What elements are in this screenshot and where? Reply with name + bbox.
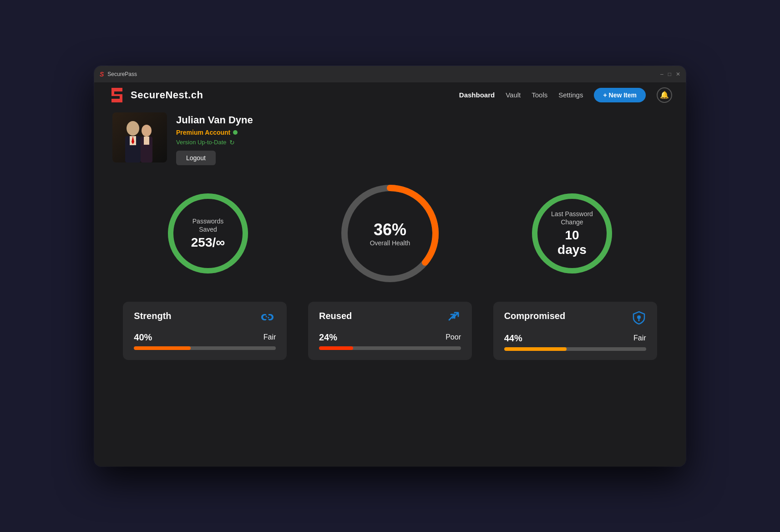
title-bar: S SecurePass – □ ✕ xyxy=(94,66,686,82)
nav-logo-text: SecureNest.ch xyxy=(131,89,203,101)
change-value: 10 days xyxy=(549,228,595,257)
svg-line-16 xyxy=(266,316,269,318)
passwords-saved-gauge: PasswordsSaved 253/∞ xyxy=(162,188,253,279)
reused-value-row: 24% Poor xyxy=(319,332,461,343)
cards-row: Strength 40% Fair xyxy=(112,302,668,360)
bell-icon: 🔔 xyxy=(660,91,669,99)
reused-value: 24% xyxy=(319,332,337,343)
strength-rating: Fair xyxy=(263,333,276,341)
refresh-icon[interactable]: ↻ xyxy=(229,139,235,146)
svg-point-7 xyxy=(142,125,152,137)
stats-row: PasswordsSaved 253/∞ xyxy=(112,179,668,288)
title-bar-logo: S xyxy=(100,71,104,78)
main-content: Julian Van Dyne Premium Account Version … xyxy=(94,108,686,466)
strength-progress-fill xyxy=(134,346,191,350)
compromised-progress-bg xyxy=(504,347,646,351)
svg-point-3 xyxy=(127,121,139,136)
reused-progress-fill xyxy=(319,346,353,350)
change-gauge-inner: Last PasswordChange 10 days xyxy=(527,188,618,279)
passwords-value: 253/∞ xyxy=(191,235,225,250)
svg-rect-9 xyxy=(144,137,149,145)
nav-settings[interactable]: Settings xyxy=(558,91,583,99)
title-bar-left: S SecurePass xyxy=(100,71,137,78)
compromised-card-header: Compromised xyxy=(504,311,646,328)
change-gauge-text: Last PasswordChange 10 days xyxy=(549,209,595,257)
strength-title: Strength xyxy=(134,311,171,321)
strength-progress-bg xyxy=(134,346,276,350)
new-item-label: + New Item xyxy=(603,91,637,99)
nav-tools[interactable]: Tools xyxy=(532,91,547,99)
health-gauge-text: 36% Overall Health xyxy=(370,220,410,247)
nav-vault[interactable]: Vault xyxy=(506,91,521,99)
compromised-title: Compromised xyxy=(504,311,565,321)
reused-progress-bg xyxy=(319,346,461,350)
compromised-progress-fill xyxy=(504,347,567,351)
app-content: SecureNest.ch Dashboard Vault Tools Sett… xyxy=(94,82,686,466)
reused-icon xyxy=(446,311,461,327)
account-type: Premium Account xyxy=(176,129,230,136)
svg-rect-18 xyxy=(638,319,639,321)
strength-icon xyxy=(259,311,276,327)
profile-section: Julian Van Dyne Premium Account Version … xyxy=(112,112,668,165)
health-value: 36% xyxy=(370,220,410,239)
compromised-card: Compromised 44% Fair xyxy=(493,302,657,360)
reused-card: Reused 24% Poor xyxy=(308,302,472,360)
overall-health-gauge: 36% Overall Health xyxy=(335,179,445,288)
change-label: Last PasswordChange xyxy=(549,209,595,226)
nav-logo: SecureNest.ch xyxy=(108,87,203,103)
strength-value: 40% xyxy=(134,332,152,343)
logout-button[interactable]: Logout xyxy=(176,151,216,165)
compromised-icon xyxy=(632,311,646,328)
online-indicator xyxy=(233,130,238,135)
nav-right: Dashboard Vault Tools Settings + New Ite… xyxy=(459,87,672,103)
bell-button[interactable]: 🔔 xyxy=(657,87,672,103)
premium-badge: Premium Account xyxy=(176,129,253,136)
reused-title: Reused xyxy=(319,311,352,321)
window-controls: – □ ✕ xyxy=(660,71,680,77)
logo-icon xyxy=(108,87,126,103)
reused-card-header: Reused xyxy=(319,311,461,327)
profile-info: Julian Van Dyne Premium Account Version … xyxy=(176,112,253,165)
profile-name: Julian Van Dyne xyxy=(176,114,253,126)
new-item-button[interactable]: + New Item xyxy=(594,88,646,102)
top-nav: SecureNest.ch Dashboard Vault Tools Sett… xyxy=(94,82,686,108)
passwords-label-line1: PasswordsSaved xyxy=(191,217,225,233)
nav-dashboard[interactable]: Dashboard xyxy=(459,91,495,99)
compromised-value: 44% xyxy=(504,333,522,344)
last-password-change-gauge: Last PasswordChange 10 days xyxy=(527,188,618,279)
profile-avatar xyxy=(112,112,167,162)
version-row: Version Up-to-Date ↻ xyxy=(176,139,253,146)
compromised-rating: Fair xyxy=(633,334,646,342)
strength-card-header: Strength xyxy=(134,311,276,327)
app-window: S SecurePass – □ ✕ SecureNest.ch Dashboa xyxy=(94,66,686,466)
passwords-gauge-text: PasswordsSaved 253/∞ xyxy=(191,217,225,249)
health-label: Overall Health xyxy=(370,239,410,247)
nav-links: Dashboard Vault Tools Settings xyxy=(459,91,583,99)
strength-card: Strength 40% Fair xyxy=(123,302,287,360)
title-bar-appname: SecurePass xyxy=(107,71,137,77)
minimize-button[interactable]: – xyxy=(660,71,664,77)
version-text: Version Up-to-Date xyxy=(176,139,227,146)
strength-value-row: 40% Fair xyxy=(134,332,276,343)
svg-point-17 xyxy=(637,315,641,319)
health-gauge-inner: 36% Overall Health xyxy=(335,179,445,288)
compromised-value-row: 44% Fair xyxy=(504,333,646,344)
close-button[interactable]: ✕ xyxy=(676,71,680,77)
logout-label: Logout xyxy=(186,154,206,162)
reused-rating: Poor xyxy=(446,333,461,341)
passwords-gauge-inner: PasswordsSaved 253/∞ xyxy=(162,188,253,279)
maximize-button[interactable]: □ xyxy=(668,71,671,77)
